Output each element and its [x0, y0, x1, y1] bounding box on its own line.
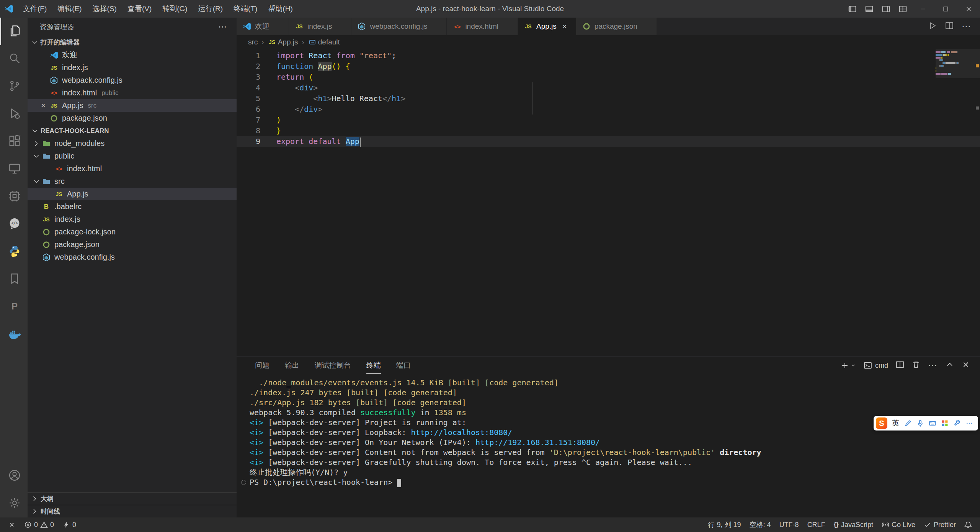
new-terminal-button[interactable]	[841, 361, 856, 370]
menubar-item[interactable]: 选择(S)	[87, 0, 122, 18]
close-button[interactable]	[957, 0, 980, 18]
toggle-sidebar-button[interactable]	[844, 0, 861, 18]
overview-ruler[interactable]	[975, 49, 980, 357]
split-editor-button[interactable]	[945, 21, 954, 32]
panel-tab[interactable]: 端口	[396, 357, 411, 374]
ime-mic-icon[interactable]	[916, 419, 924, 427]
terminal-instance-cmd[interactable]: cmd	[864, 361, 888, 370]
minimap-slider[interactable]	[936, 49, 980, 78]
tree-item[interactable]: package.json	[28, 238, 237, 251]
kill-terminal-button[interactable]	[912, 360, 920, 370]
activity-circuit-board-button[interactable]	[0, 183, 28, 211]
editor-tab[interactable]: JSApp.js×	[518, 18, 576, 35]
ime-grid-icon[interactable]	[941, 419, 949, 427]
panel-more-actions-icon[interactable]: ⋯	[928, 360, 938, 371]
status-language-mode[interactable]: {}JavaScript	[830, 517, 877, 532]
tree-item[interactable]: node_modules	[28, 137, 237, 150]
status-remote[interactable]	[4, 517, 20, 532]
sogou-logo[interactable]: S	[876, 417, 887, 429]
toggle-secondary-sidebar-button[interactable]	[877, 0, 894, 18]
close-panel-button[interactable]	[962, 360, 970, 370]
more-actions-icon[interactable]: ⋯	[962, 21, 972, 32]
activity-remote-explorer-button[interactable]	[0, 156, 28, 183]
close-editor-icon[interactable]: ×	[38, 101, 49, 110]
tree-item[interactable]: webpack.config.js	[28, 251, 237, 264]
open-editor-item[interactable]: 欢迎	[28, 49, 237, 61]
status-cursor-position[interactable]: 行 9, 列 19	[704, 517, 745, 532]
status-notifications[interactable]	[960, 517, 976, 532]
terminal[interactable]: ./node_modules/events/events.js 14.5 KiB…	[237, 374, 980, 517]
menubar-item[interactable]: 转到(G)	[157, 0, 193, 18]
tree-item[interactable]: src	[28, 175, 237, 188]
activity-python-button[interactable]	[0, 238, 28, 266]
open-editor-item[interactable]: <>index.htmlpublic	[28, 87, 237, 99]
open-editors-header[interactable]: 打开的编辑器	[28, 36, 237, 49]
menubar-item[interactable]: 查看(V)	[122, 0, 157, 18]
editor-tab[interactable]: 欢迎	[237, 18, 289, 35]
code-editor[interactable]: 1import React from "react";2function App…	[237, 49, 980, 357]
status-prettier[interactable]: Prettier	[920, 517, 960, 532]
open-editor-item[interactable]: webpack.config.js	[28, 74, 237, 87]
activity-extensions-button[interactable]	[0, 128, 28, 156]
activity-run-and-debug-button[interactable]	[0, 100, 28, 128]
customize-layout-button[interactable]	[894, 0, 911, 18]
maximize-panel-button[interactable]	[946, 360, 954, 370]
ime-pen-icon[interactable]	[904, 419, 912, 427]
status-go-live[interactable]: Go Live	[877, 517, 920, 532]
split-terminal-button[interactable]	[896, 360, 904, 370]
maximize-button[interactable]	[934, 0, 957, 18]
activity-search-button[interactable]	[0, 45, 28, 73]
status-counter[interactable]: 0	[58, 517, 80, 532]
ime-language-mode[interactable]: 英	[892, 418, 899, 428]
open-editor-item[interactable]: JSindex.js	[28, 61, 237, 74]
activity-code-chat-button[interactable]: </>	[0, 211, 28, 238]
timeline-section-header[interactable]: 时间线	[28, 505, 237, 517]
editor-tab[interactable]: package.json	[576, 18, 657, 35]
activity-project-manager-button[interactable]: P	[0, 293, 28, 321]
activity-explorer-button[interactable]	[0, 18, 28, 45]
sidebar-more-actions-icon[interactable]: ⋯	[218, 22, 227, 32]
menubar-item[interactable]: 帮助(H)	[263, 0, 298, 18]
status-indentation[interactable]: 空格: 4	[745, 517, 775, 532]
close-tab-icon[interactable]: ×	[559, 22, 570, 31]
ime-wrench-icon[interactable]	[953, 419, 961, 427]
editor-tab[interactable]: <>index.html	[447, 18, 518, 35]
ime-more-icon[interactable]	[965, 419, 973, 427]
editor-tab[interactable]: JSindex.js	[289, 18, 351, 35]
open-editor-item[interactable]: package.json	[28, 112, 237, 124]
editor-tab[interactable]: webpack.config.js	[351, 18, 447, 35]
tree-item[interactable]: package-lock.json	[28, 226, 237, 238]
activity-account-button[interactable]	[0, 462, 28, 490]
status-eol[interactable]: CRLF	[803, 517, 830, 532]
activity-bar-top: </>P	[0, 18, 28, 462]
minimize-button[interactable]	[911, 0, 934, 18]
tree-item[interactable]: B.babelrc	[28, 200, 237, 213]
panel-tab[interactable]: 输出	[285, 357, 299, 374]
toggle-panel-button[interactable]	[861, 0, 877, 18]
activity-bookmarks-button[interactable]	[0, 266, 28, 293]
menubar-item[interactable]: 编辑(E)	[52, 0, 87, 18]
activity-docker-button[interactable]	[0, 321, 28, 349]
outline-section-header[interactable]: 大纲	[28, 492, 237, 505]
menubar-item[interactable]: 终端(T)	[228, 0, 263, 18]
breadcrumb-item[interactable]: src	[248, 38, 258, 46]
activity-source-control-button[interactable]	[0, 73, 28, 100]
project-section-header[interactable]: REACT-HOOK-LEARN	[28, 124, 237, 137]
status-problems[interactable]: 00	[20, 517, 58, 532]
breadcrumb-item[interactable]: default	[308, 38, 340, 46]
tree-item[interactable]: JSindex.js	[28, 213, 237, 226]
status-encoding[interactable]: UTF-8	[775, 517, 803, 532]
ime-keyboard-icon[interactable]	[928, 419, 937, 427]
tree-item[interactable]: public	[28, 150, 237, 162]
breadcrumb-item[interactable]: JSApp.js	[268, 38, 298, 46]
tree-item[interactable]: <>index.html	[28, 162, 237, 175]
menubar-item[interactable]: 文件(F)	[18, 0, 52, 18]
menubar-item[interactable]: 运行(R)	[193, 0, 228, 18]
panel-tab[interactable]: 终端	[366, 357, 381, 374]
tree-item[interactable]: JSApp.js	[28, 188, 237, 200]
open-editor-item[interactable]: ×JSApp.jssrc	[28, 99, 237, 112]
panel-tab[interactable]: 问题	[255, 357, 270, 374]
panel-tab[interactable]: 调试控制台	[315, 357, 351, 374]
activity-settings-button[interactable]	[0, 490, 28, 517]
run-file-button[interactable]	[928, 21, 937, 32]
